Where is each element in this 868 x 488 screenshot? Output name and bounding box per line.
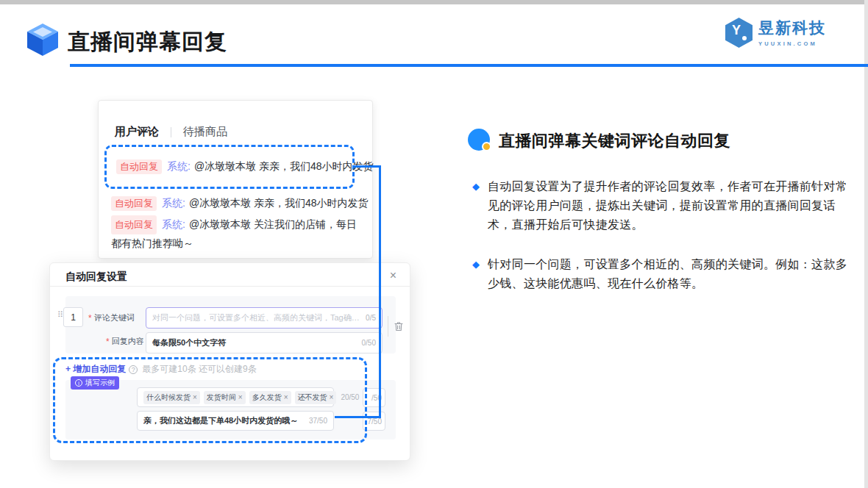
brand-logo: Y 昱新科技 YUUXIN.COM (725, 18, 826, 48)
tab-user-comments[interactable]: 用户评论 (115, 125, 159, 139)
modal-header-divider (50, 286, 410, 287)
modal-title: 自动回复设置 (65, 270, 127, 284)
row-actions-divider (388, 316, 388, 337)
brand-hexagon-icon: Y (725, 18, 753, 48)
close-icon[interactable]: × (390, 269, 396, 282)
message-text: @冰墩墩本墩 亲亲，我们48小时内发货 (194, 160, 374, 172)
title-underline (70, 64, 868, 67)
feature-bullet: ◆ 自动回复设置为了提升作者的评论回复效率，作者可在开播前针对常见的评论用户问题… (472, 177, 847, 234)
auto-reply-badge: 自动回复 (116, 159, 162, 174)
chat-message: 自动回复系统:@冰墩墩本墩 亲亲，我们48小时内发货 (116, 159, 374, 174)
highlight-dashed-box-example (53, 357, 367, 443)
brand-domain: YUUXIN.COM (758, 40, 826, 47)
message-sender: 系统: (162, 197, 185, 209)
page: 直播间弹幕回复 Y 昱新科技 YUUXIN.COM 用户评论 待播商品 自动回复… (0, 0, 868, 488)
message-sender: 系统: (167, 160, 191, 172)
window-top-edge (0, 0, 868, 4)
brand-dot (742, 36, 747, 40)
tab-pending-products[interactable]: 待播商品 (183, 125, 227, 139)
diamond-bullet-icon: ◆ (472, 255, 480, 274)
auto-reply-badge: 自动回复 (111, 196, 157, 211)
drag-handle-icon[interactable]: ⠿ (57, 310, 63, 320)
diamond-bullet-icon: ◆ (472, 177, 480, 196)
required-asterisk: * (88, 313, 92, 323)
connector-line (379, 165, 381, 418)
tab-divider (171, 127, 171, 137)
chat-message: 自动回复系统:@冰墩墩本墩 关注我们的店铺，每日都有热门推荐呦～ (111, 215, 361, 252)
reply-counter: 0/50 (362, 339, 376, 347)
delete-icon[interactable] (393, 320, 405, 332)
chat-bubble-icon (468, 129, 493, 154)
reply-label: * 回复内容 (106, 336, 144, 347)
connector-line (335, 416, 381, 418)
brand-name: 昱新科技 (758, 18, 826, 38)
chat-preview-card: 用户评论 待播商品 自动回复系统:@冰墩墩本墩 亲亲，我们48小时内发货 自动回… (98, 100, 373, 259)
chat-tabs: 用户评论 待播商品 (115, 125, 227, 139)
feature-heading: 直播间弹幕关键词评论自动回复 (499, 130, 730, 152)
required-asterisk: * (106, 337, 110, 347)
keyword-label: * 评论关键词 (88, 312, 135, 323)
reply-input[interactable]: 每条限50个中文字符 0/50 (146, 332, 383, 354)
message-text: @冰墩墩本墩 亲亲，我们48小时内发货 (189, 197, 369, 209)
auto-reply-badge: 自动回复 (111, 215, 157, 234)
keyword-placeholder: 对同一个问题，可设置多个相近、高频的关键词，Tag确定，最多5个 (152, 312, 361, 323)
reply-value: 每条限50个中文字符 (152, 337, 357, 348)
feature-bullet: ◆ 针对同一个问题，可设置多个相近的、高频的关键词。例如：这款多少钱、这块能优惠… (472, 255, 847, 293)
keyword-counter: 0/5 (366, 314, 376, 322)
chat-message: 自动回复系统:@冰墩墩本墩 亲亲，我们48小时内发货 (111, 196, 369, 211)
highlight-dashed-box-message: 自动回复系统:@冰墩墩本墩 亲亲，我们48小时内发货 (104, 145, 355, 189)
brand-glyph: Y (732, 23, 741, 38)
window-right-edge (864, 0, 868, 488)
message-sender: 系统: (162, 218, 185, 230)
connector-line (354, 165, 381, 168)
rule-index-field[interactable]: 1 (63, 307, 83, 327)
keyword-input[interactable]: 对同一个问题，可设置多个相近、高频的关键词，Tag确定，最多5个 0/5 (146, 307, 383, 329)
page-title: 直播间弹幕回复 (68, 27, 227, 57)
cube-logo-icon (26, 23, 59, 57)
